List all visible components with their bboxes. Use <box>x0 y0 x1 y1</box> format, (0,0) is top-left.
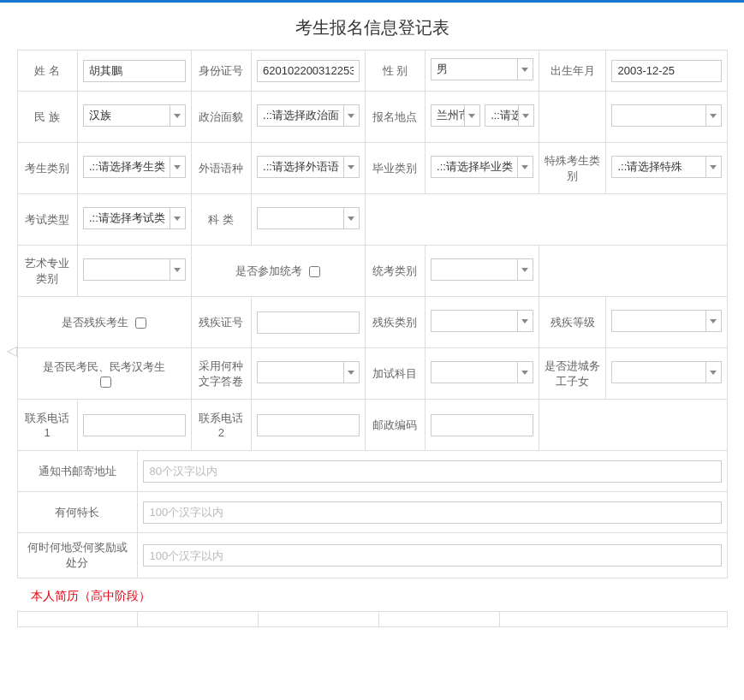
label-unified-exam: 是否参加统考 <box>235 264 302 277</box>
location-extra-select[interactable] <box>611 104 721 127</box>
label-foreign-lang: 外语语种 <box>191 143 251 194</box>
postcode-input[interactable] <box>431 414 533 436</box>
art-type-select[interactable] <box>83 258 186 281</box>
side-collapse-arrow-icon: ◁ <box>7 342 17 359</box>
subject-select[interactable] <box>257 207 360 229</box>
nation-select[interactable]: 汉族 <box>83 104 186 127</box>
label-political: 政治面貌 <box>191 92 251 143</box>
form-container: 姓 名 身份证号 性 别 男 出生年月 民 族 <box>17 50 728 644</box>
grad-type-select[interactable]: .::请选择毕业类 <box>431 156 533 178</box>
extra-subject-select[interactable] <box>431 361 533 383</box>
label-empty1 <box>539 92 606 143</box>
disabled-cell: 是否残疾考生 <box>17 297 191 348</box>
label-art-type: 艺术专业类别 <box>17 246 77 297</box>
label-minority: 是否民考民、民考汉考生 <box>43 360 165 373</box>
location-city-select[interactable]: 兰州市 <box>431 104 479 127</box>
label-grad-type: 毕业类别 <box>365 143 425 194</box>
label-specialty: 有何特长 <box>17 492 138 533</box>
foreign-lang-select[interactable]: .::请选择外语语 <box>257 156 360 178</box>
label-disabled-type: 残疾类别 <box>365 297 425 348</box>
unified-exam-checkbox[interactable] <box>309 266 320 277</box>
resume-col4 <box>379 612 500 627</box>
registration-form-table: 姓 名 身份证号 性 别 男 出生年月 民 族 <box>17 50 728 451</box>
special-type-select[interactable]: .::请选择特殊 <box>611 156 721 178</box>
disabled-cert-input[interactable] <box>257 311 360 334</box>
label-subject: 科 类 <box>191 194 251 246</box>
resume-col3 <box>259 612 379 627</box>
awards-input[interactable] <box>143 544 721 567</box>
label-phone1: 联系电话1 <box>17 400 77 451</box>
label-birth: 出生年月 <box>539 50 606 92</box>
label-exam-type: 考试类型 <box>17 194 77 246</box>
idcard-input[interactable] <box>257 60 360 82</box>
minority-checkbox[interactable] <box>100 377 111 388</box>
label-awards: 何时何地受何奖励或处分 <box>17 533 138 578</box>
paper-lang-select[interactable] <box>257 361 360 383</box>
label-gender: 性 别 <box>365 50 425 92</box>
resume-col1 <box>17 612 138 627</box>
label-location: 报名地点 <box>365 92 425 143</box>
resume-section-title: 本人简历（高中阶段） <box>17 578 728 611</box>
disabled-checkbox[interactable] <box>135 317 146 329</box>
migrant-select[interactable] <box>611 361 721 383</box>
unified-exam-cell: 是否参加统考 <box>191 246 365 297</box>
label-candidate-type: 考生类别 <box>17 143 77 194</box>
candidate-type-select[interactable]: .::请选择考生类 <box>83 156 186 178</box>
label-idcard: 身份证号 <box>191 50 251 92</box>
label-paper-lang: 采用何种文字答卷 <box>191 348 251 400</box>
political-select[interactable]: .::请选择政治面 <box>257 104 360 127</box>
resume-table <box>17 611 728 627</box>
minority-cell: 是否民考民、民考汉考生 <box>17 348 191 400</box>
birth-input[interactable] <box>611 60 721 82</box>
page-title: 考生报名信息登记表 <box>0 3 744 50</box>
location-sub-select[interactable]: .::请选择 <box>485 104 533 127</box>
mail-addr-input[interactable] <box>143 460 721 483</box>
phone1-input[interactable] <box>83 414 186 436</box>
label-extra-subject: 加试科目 <box>365 348 425 400</box>
label-unified-type: 统考类别 <box>365 246 425 297</box>
resume-col5 <box>500 612 727 627</box>
label-disabled-cert: 残疾证号 <box>191 297 251 348</box>
unified-type-select[interactable] <box>431 258 533 281</box>
label-phone2: 联系电话2 <box>191 400 251 451</box>
disabled-type-select[interactable] <box>431 310 533 332</box>
disabled-level-select[interactable] <box>611 310 721 332</box>
label-name: 姓 名 <box>17 50 77 92</box>
name-input[interactable] <box>83 60 186 82</box>
wide-form-table: 通知书邮寄地址 有何特长 何时何地受何奖励或处分 <box>17 450 728 578</box>
label-nation: 民 族 <box>17 92 77 143</box>
label-postcode: 邮政编码 <box>365 400 425 451</box>
specialty-input[interactable] <box>143 501 721 524</box>
label-mail-addr: 通知书邮寄地址 <box>17 451 138 492</box>
empty-cell-row4 <box>365 194 727 246</box>
empty-cell-row8 <box>539 400 727 451</box>
label-special-type: 特殊考生类别 <box>539 143 606 194</box>
phone2-input[interactable] <box>257 414 360 436</box>
label-migrant: 是否进城务工子女 <box>539 348 606 400</box>
empty-cell-row5 <box>539 246 727 297</box>
label-disabled-level: 残疾等级 <box>539 297 606 348</box>
label-disabled: 是否残疾考生 <box>62 316 128 329</box>
gender-select[interactable]: 男 <box>431 58 533 80</box>
resume-col2 <box>138 612 259 627</box>
exam-type-select[interactable]: .::请选择考试类 <box>83 207 186 229</box>
